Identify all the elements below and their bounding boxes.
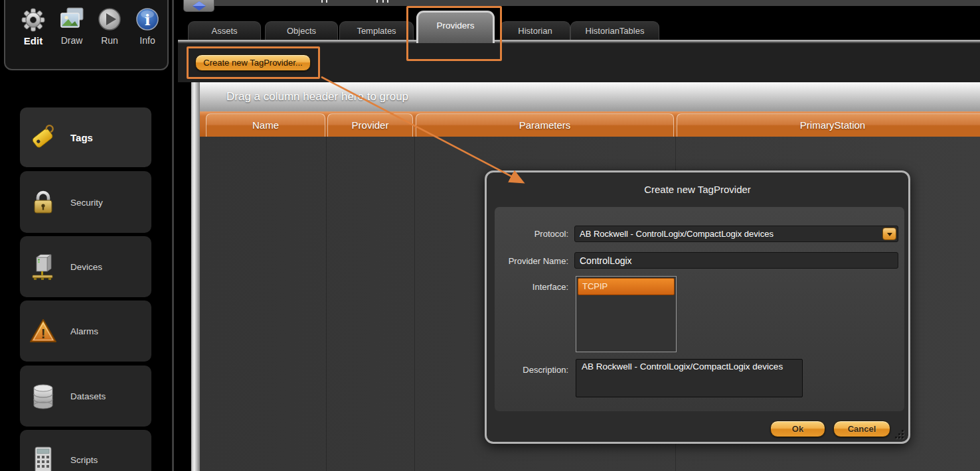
ok-button[interactable]: Ok	[770, 421, 825, 437]
create-tagprovider-button[interactable]: Create new TagProvider...	[195, 54, 311, 71]
grid-left-edge	[191, 82, 200, 471]
warning-triangle-icon: !	[28, 316, 58, 346]
edit-mode-button[interactable]: Edit	[15, 4, 52, 46]
tab-objects[interactable]: Objects	[265, 21, 338, 40]
tab-providers[interactable]: Providers	[416, 11, 495, 43]
tab-templates[interactable]: Templates	[339, 21, 414, 40]
run-mode-button[interactable]: Run	[91, 4, 128, 46]
sidebar-item-scripts[interactable]: Scripts	[20, 430, 151, 471]
app-home-button[interactable]	[183, 0, 214, 12]
protocol-label: Protocol:	[493, 229, 568, 239]
protocol-combobox[interactable]: AB Rockwell - ControlLogix/CompactLogix …	[574, 226, 898, 242]
interface-option-tcpip[interactable]: TCPIP	[578, 278, 675, 295]
device-icon	[28, 251, 58, 282]
tag-icon	[28, 122, 58, 153]
column-header-primarystation[interactable]: PrimaryStation	[677, 113, 980, 137]
svg-text:i: i	[145, 11, 151, 29]
padlock-icon	[28, 187, 58, 218]
info-label: Info	[129, 35, 166, 46]
sidebar-item-label: Datasets	[70, 391, 106, 401]
top-strip-mark	[376, 0, 378, 3]
provider-name-label: Provider Name:	[493, 256, 568, 266]
draw-mode-label: Draw	[53, 35, 90, 46]
chevron-down-icon	[887, 233, 892, 236]
application-window: Edit Draw Run i Info	[0, 0, 980, 471]
sidebar-item-label: Tags	[70, 132, 93, 143]
info-icon: i	[133, 4, 162, 34]
mode-toolbar: Edit Draw Run i Info	[4, 0, 169, 70]
column-header-parameters[interactable]: Parameters	[416, 113, 674, 137]
top-strip-mark	[321, 0, 323, 3]
sidebar-item-label: Devices	[70, 262, 102, 272]
provider-name-input[interactable]	[574, 252, 898, 269]
description-label: Description:	[493, 365, 568, 375]
grid-header-row: Name Provider Parameters PrimaryStation	[200, 111, 980, 137]
sidebar-divider	[172, 0, 174, 471]
top-strip-mark	[382, 0, 384, 3]
column-separator	[414, 137, 415, 471]
top-strip-mark	[387, 0, 388, 3]
resize-grip[interactable]	[894, 429, 904, 438]
description-textarea[interactable]: AB Rockwell - ControlLogix/CompactLogix …	[576, 359, 803, 397]
tab-assets[interactable]: Assets	[188, 21, 261, 40]
info-button[interactable]: i Info	[129, 4, 166, 46]
edit-mode-label: Edit	[15, 35, 52, 46]
tabs-underline-shadow	[178, 42, 980, 43]
diamond-icon	[193, 1, 206, 11]
top-strip-mark	[326, 0, 327, 3]
draw-mode-button[interactable]: Draw	[53, 4, 90, 46]
calculator-icon	[28, 444, 58, 471]
tab-historiantables[interactable]: HistorianTables	[570, 21, 659, 40]
sidebar-item-alarms[interactable]: ! Alarms	[20, 301, 151, 362]
cancel-button[interactable]: Cancel	[833, 421, 890, 437]
dialog-title: Create new TagProvider	[487, 184, 908, 195]
svg-text:!: !	[41, 326, 46, 341]
sidebar-item-label: Alarms	[70, 326, 98, 336]
top-window-strip	[214, 0, 980, 6]
protocol-dropdown-button[interactable]	[882, 228, 896, 240]
column-header-name[interactable]: Name	[206, 113, 325, 137]
sidebar-item-devices[interactable]: Devices	[20, 236, 151, 297]
create-tagprovider-dialog: Create new TagProvider Protocol: AB Rock…	[485, 170, 910, 444]
sidebar-item-datasets[interactable]: Datasets	[20, 366, 151, 427]
sidebar-item-label: Scripts	[70, 455, 98, 465]
sidebar-item-tags[interactable]: Tags	[20, 107, 151, 167]
column-header-provider[interactable]: Provider	[327, 113, 413, 137]
column-separator	[326, 137, 327, 471]
grid-group-drop-zone[interactable]: Drag a column header here to group	[200, 82, 980, 111]
play-icon	[95, 4, 124, 34]
interface-listbox[interactable]: TCPIP	[576, 276, 677, 352]
protocol-value: AB Rockwell - ControlLogix/CompactLogix …	[580, 226, 774, 241]
database-icon	[28, 381, 58, 411]
gear-icon	[19, 4, 48, 34]
sidebar-item-label: Security	[70, 197, 103, 207]
sidebar-item-security[interactable]: Security	[20, 171, 151, 233]
run-mode-label: Run	[91, 35, 128, 46]
interface-label: Interface:	[493, 282, 568, 292]
pictures-icon	[57, 4, 86, 34]
tab-historian[interactable]: Historian	[500, 21, 570, 40]
